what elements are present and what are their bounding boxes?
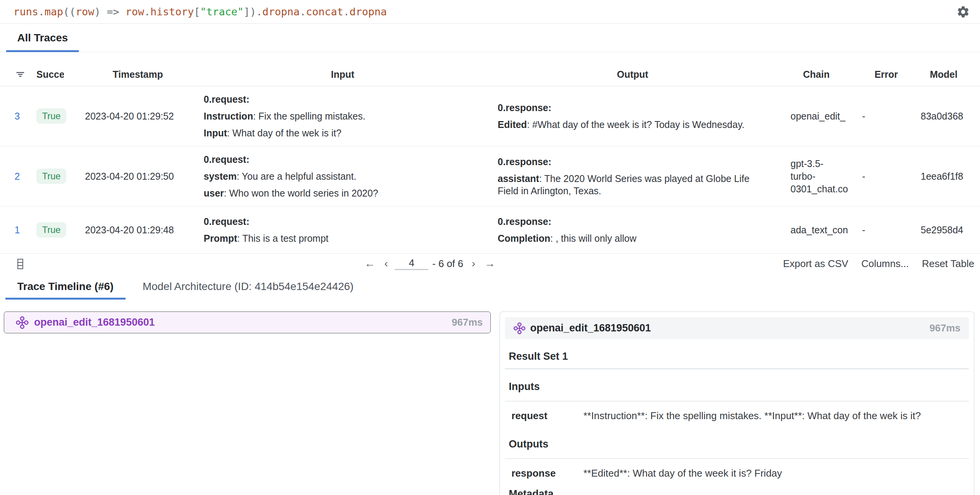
row-index-link[interactable]: 2: [15, 171, 20, 182]
span-label: openai_edit_1681950601: [34, 316, 155, 328]
cell-output: 0.response:Edited: #What day of the week…: [490, 95, 775, 138]
trace-panels: openai_edit_1681950601 967ms openai_edit…: [0, 300, 980, 495]
tab-model-architecture[interactable]: Model Architecture (ID: 414b54e154e24426…: [131, 274, 366, 300]
result-set-label: Result Set 1: [505, 350, 969, 363]
text: : What day of the wek is it?: [227, 128, 341, 138]
table-rows-icon[interactable]: [17, 258, 24, 270]
cell-input: 0.request:system: You are a helpful assi…: [195, 146, 490, 206]
expression-token: dropna: [350, 6, 387, 18]
table-actions: Export as CSV Columns... Reset Table: [783, 254, 974, 274]
pagination: ← ‹ - 6 of 6 › →: [360, 254, 500, 274]
kv-value: **Instruction**: Fix the spelling mistak…: [583, 409, 969, 422]
bold-text: Prompt: [204, 233, 237, 244]
cell-timestamp: 2023-04-20 01:29:52: [80, 110, 195, 122]
timeline-span-card[interactable]: openai_edit_1681950601 967ms: [4, 311, 491, 333]
cell-paragraph: 0.request:: [204, 215, 470, 228]
cell-paragraph: system: You are a helpful assistant.: [204, 170, 470, 182]
expression-token: .: [144, 6, 150, 18]
detail-section: Inputsrequest**Instruction**: Fix the sp…: [505, 380, 969, 422]
chain-line: ada_text_con: [791, 224, 858, 236]
cell-chain: ada_text_con: [775, 224, 858, 236]
page-input[interactable]: [395, 257, 428, 270]
cell-success: True: [34, 169, 80, 184]
cell-paragraph: 0.request:: [204, 153, 470, 166]
page-range-label: - 6 of 6: [432, 258, 463, 270]
table-row[interactable]: 3True2023-04-20 01:29:520.request:Instru…: [0, 86, 980, 146]
expression-token: .: [38, 6, 44, 18]
expression-token: .: [343, 6, 350, 18]
kv-key: response: [505, 467, 583, 480]
table-row[interactable]: 2True2023-04-20 01:29:500.request:system…: [0, 146, 980, 207]
expression-token: ]): [244, 6, 256, 18]
cell-paragraph: Input: What day of the wek is it?: [204, 127, 470, 139]
cell-paragraph: assistant: The 2020 World Series was pla…: [498, 172, 756, 197]
export-csv-button[interactable]: Export as CSV: [783, 258, 848, 270]
detail-header: openai_edit_1681950601 967ms: [505, 317, 969, 339]
last-page-button[interactable]: →: [480, 257, 500, 270]
columns-button[interactable]: Columns...: [861, 258, 909, 270]
detail-section: Outputsresponse**Edited**: What day of t…: [505, 438, 969, 480]
column-header-output[interactable]: Output: [617, 69, 648, 80]
chain-line: openai_edit_: [791, 110, 858, 123]
text: : #What day of the week is it? Today is …: [527, 119, 744, 130]
divider: [505, 458, 969, 459]
table-row[interactable]: 1True2023-04-20 01:29:480.request:Prompt…: [0, 207, 980, 254]
cell-output: 0.response:assistant: The 2020 World Ser…: [490, 149, 775, 204]
cell-output: 0.response:Completion: , this will only …: [490, 208, 775, 251]
next-page-button[interactable]: ›: [467, 257, 480, 270]
cell-chain: openai_edit_: [775, 110, 858, 123]
filter-icon[interactable]: [15, 70, 25, 79]
bold-text: Completion: [498, 233, 550, 244]
detail-duration: 967ms: [929, 322, 960, 334]
cell-model: 83a0d368: [915, 110, 980, 122]
key-value-row: request**Instruction**: Fix the spelling…: [505, 409, 969, 422]
gear-icon[interactable]: [956, 5, 970, 19]
cell-index: 2: [10, 170, 34, 182]
cell-timestamp: 2023-04-20 01:29:48: [80, 224, 195, 236]
column-header-success[interactable]: Success: [36, 69, 64, 80]
divider: [505, 368, 969, 369]
column-header-model[interactable]: Model: [930, 69, 965, 80]
cell-paragraph: Prompt: This is a test prompt: [204, 232, 470, 244]
prev-page-button[interactable]: ‹: [380, 257, 392, 270]
column-header-chain[interactable]: Chain: [803, 69, 830, 80]
column-header-input[interactable]: Input: [331, 69, 354, 80]
table-footer: ← ‹ - 6 of 6 › → Export as CSV Columns..…: [0, 254, 980, 274]
tab-trace-timeline[interactable]: Trace Timeline (#6): [5, 274, 126, 300]
expression-token: ((: [63, 6, 76, 18]
cell-timestamp: 2023-04-20 01:29:50: [80, 170, 195, 182]
column-header-error[interactable]: Error: [874, 69, 898, 80]
table-header: Success Timestamp Input Output Chain Err…: [0, 52, 980, 86]
success-badge: True: [36, 222, 66, 238]
expression-token: history: [150, 6, 194, 18]
weave-expression[interactable]: runs.map((row) => row.history["trace"]).…: [13, 6, 387, 18]
cell-error: -: [858, 224, 915, 236]
expression-token: ) =>: [94, 6, 125, 18]
kv-value: **Edited**: What day of the week it is? …: [583, 467, 969, 480]
section-heading: Inputs: [505, 380, 969, 393]
expression-token: runs: [13, 6, 38, 18]
cell-success: True: [34, 108, 80, 124]
text: : , this will only allow: [550, 233, 637, 244]
expression-token: concat: [306, 6, 343, 18]
bold-text: 0.response:: [498, 156, 551, 167]
primary-tab-bar: All Traces: [0, 24, 980, 52]
row-index-link[interactable]: 1: [15, 225, 20, 235]
span-detail-panel: openai_edit_1681950601 967ms Result Set …: [500, 311, 974, 495]
bold-text: 0.response:: [498, 102, 551, 113]
section-heading: Metadata: [505, 487, 969, 495]
row-index-link[interactable]: 3: [15, 111, 20, 121]
reset-table-button[interactable]: Reset Table: [922, 258, 974, 270]
cell-paragraph: 0.response:: [498, 156, 756, 168]
bold-text: 0.response:: [498, 216, 551, 227]
first-page-button[interactable]: ←: [360, 257, 380, 270]
expression-token: row: [126, 6, 144, 18]
column-header-timestamp[interactable]: Timestamp: [113, 69, 163, 80]
success-badge: True: [36, 108, 66, 124]
expression-token: .: [256, 6, 262, 18]
cell-paragraph: 0.request:: [204, 93, 470, 105]
detail-sections: Inputsrequest**Instruction**: Fix the sp…: [505, 380, 969, 495]
tab-all-traces[interactable]: All Traces: [6, 24, 79, 52]
key-value-row: response**Edited**: What day of the week…: [505, 467, 969, 480]
cell-model: 1eea6f1f8: [915, 170, 980, 182]
